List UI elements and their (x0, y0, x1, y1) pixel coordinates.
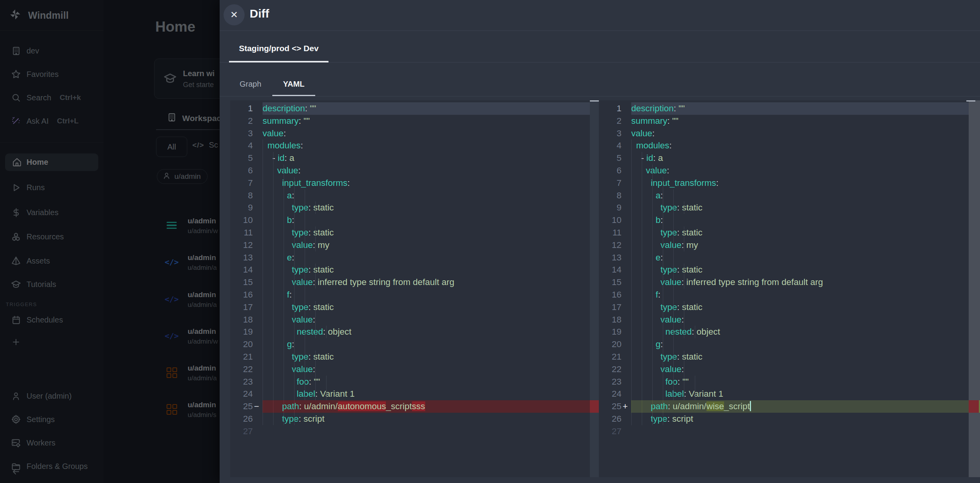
code-line-4[interactable]: modules: (263, 139, 590, 152)
code-line-15[interactable]: value: inferred type string from default… (631, 276, 969, 289)
line-number: 26 (599, 413, 631, 425)
line-number: 10 (599, 214, 631, 226)
line-number: 3 (230, 127, 263, 140)
tab-staging-prod-dev[interactable]: Staging/prod <> Dev (229, 44, 328, 53)
code-line-10[interactable]: b: (631, 214, 969, 226)
code-line-6[interactable]: value: (263, 164, 590, 177)
line-number-gutter: 1234567891011121314151617181920212223242… (599, 102, 631, 438)
code-line-17[interactable]: type: static (631, 301, 969, 314)
line-number: 13 (599, 251, 631, 264)
line-number: 23 (599, 376, 631, 388)
code-line-17[interactable]: type: static (263, 301, 590, 314)
code-line-3[interactable]: value: (631, 127, 969, 140)
line-number: 2 (599, 115, 631, 127)
tab-graph[interactable]: Graph (229, 80, 272, 89)
app-window: Windmill devFavoritesSearchCtrl+kAsk AIC… (0, 0, 980, 483)
code-line-9[interactable]: type: static (263, 201, 590, 214)
diff-drawer: ✕ Diff Staging/prod <> Dev Graph YAML 12… (220, 0, 980, 483)
line-number: 5 (230, 152, 263, 164)
line-number: 25+ (599, 400, 631, 413)
line-number: 24 (230, 388, 263, 400)
code-line-20[interactable]: g: (631, 338, 969, 351)
code-line-22[interactable]: value: (631, 363, 969, 376)
code-line-26[interactable]: type: script (631, 413, 969, 425)
code-line-24[interactable]: label: Variant 1 (631, 388, 969, 400)
line-number: 19 (599, 326, 631, 338)
line-number: 13 (230, 251, 263, 264)
diff-editor-modified[interactable]: 1234567891011121314151617181920212223242… (599, 100, 980, 477)
code-line-13[interactable]: e: (263, 251, 590, 264)
code-line-21[interactable]: type: static (631, 351, 969, 363)
line-number: 6 (599, 164, 631, 177)
line-number: 11 (230, 226, 263, 239)
diff-editor-original[interactable]: 1234567891011121314151617181920212223242… (230, 100, 599, 477)
code-line-5[interactable]: - id: a (631, 152, 969, 164)
code-line-16[interactable]: f: (263, 289, 590, 301)
line-number: 3 (599, 127, 631, 140)
code-area[interactable]: description: ""summary: ""value: modules… (631, 102, 969, 477)
line-number: 21 (230, 351, 263, 363)
code-line-10[interactable]: b: (263, 214, 590, 226)
code-line-20[interactable]: g: (263, 338, 590, 351)
line-number: 15 (599, 276, 631, 289)
line-number: 17 (599, 301, 631, 314)
code-line-21[interactable]: type: static (263, 351, 590, 363)
code-line-7[interactable]: input_transforms: (263, 177, 590, 189)
cursor-position-marker (966, 100, 975, 102)
line-number: 11 (599, 226, 631, 239)
code-line-6[interactable]: value: (631, 164, 969, 177)
code-line-8[interactable]: a: (631, 189, 969, 202)
line-number: 20 (599, 338, 631, 351)
code-line-7[interactable]: input_transforms: (631, 177, 969, 189)
code-line-11[interactable]: type: static (631, 226, 969, 239)
code-line-9[interactable]: type: static (631, 201, 969, 214)
code-line-23[interactable]: foo: "" (263, 376, 590, 388)
code-line-26[interactable]: type: script (263, 413, 590, 425)
drawer-title: Diff (250, 7, 269, 20)
line-number: 16 (599, 289, 631, 301)
line-number: 4 (599, 139, 631, 152)
code-line-24[interactable]: label: Variant 1 (263, 388, 590, 400)
code-line-14[interactable]: type: static (263, 264, 590, 276)
code-line-14[interactable]: type: static (631, 264, 969, 276)
line-number: 16 (230, 289, 263, 301)
code-line-19[interactable]: nested: object (631, 326, 969, 338)
code-line-4[interactable]: modules: (631, 139, 969, 152)
code-line-3[interactable]: value: (263, 127, 590, 140)
line-number: 6 (230, 164, 263, 177)
code-line-25[interactable]: path: u/admin/wise_script (631, 400, 969, 413)
code-line-12[interactable]: value: my (263, 239, 590, 251)
code-line-18[interactable]: value: (631, 314, 969, 326)
code-line-5[interactable]: - id: a (263, 152, 590, 164)
line-number: 22 (599, 363, 631, 376)
code-line-15[interactable]: value: inferred type string from default… (263, 276, 590, 289)
code-line-1[interactable]: description: "" (263, 102, 590, 115)
code-line-13[interactable]: e: (631, 251, 969, 264)
tab-yaml[interactable]: YAML (272, 80, 315, 89)
code-line-19[interactable]: nested: object (263, 326, 590, 338)
line-number: 7 (599, 177, 631, 189)
code-line-27[interactable] (263, 425, 590, 438)
line-number: 8 (230, 189, 263, 202)
code-line-27[interactable] (631, 425, 969, 438)
code-line-23[interactable]: foo: "" (631, 376, 969, 388)
code-line-8[interactable]: a: (263, 189, 590, 202)
code-line-22[interactable]: value: (263, 363, 590, 376)
yaml-tab-underline (272, 95, 315, 96)
code-line-16[interactable]: f: (631, 289, 969, 301)
line-number: 19 (230, 326, 263, 338)
close-button[interactable]: ✕ (224, 4, 245, 25)
code-line-18[interactable]: value: (263, 314, 590, 326)
code-area[interactable]: description: ""summary: ""value: modules… (263, 102, 590, 477)
code-line-11[interactable]: type: static (263, 226, 590, 239)
line-number: 9 (230, 201, 263, 214)
line-number: 24 (599, 388, 631, 400)
line-number: 12 (230, 239, 263, 251)
code-line-12[interactable]: value: my (631, 239, 969, 251)
line-number: 1 (599, 102, 631, 115)
code-line-2[interactable]: summary: "" (631, 115, 969, 127)
code-line-2[interactable]: summary: "" (263, 115, 590, 127)
code-line-1[interactable]: description: "" (631, 102, 969, 115)
code-line-25[interactable]: path: u/admin/autonomous_scriptsss (263, 400, 590, 413)
line-number: 10 (230, 214, 263, 226)
